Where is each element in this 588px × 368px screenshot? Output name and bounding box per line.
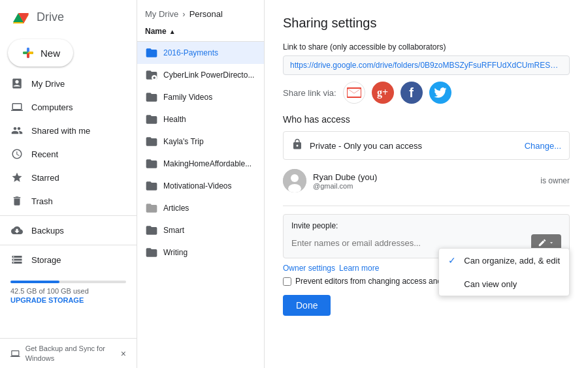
dropdown-item-organize[interactable]: ✓ Can organize, add, & edit [439, 249, 569, 272]
sidebar-item-label: Backups [31, 226, 64, 236]
file-item[interactable]: CyberLink PowerDirecto... [137, 64, 264, 86]
file-list: 2016-Payments CyberLink PowerDirecto... … [137, 42, 264, 368]
sidebar-item-backups[interactable]: Backups [0, 219, 131, 242]
file-item[interactable]: Motivational-Videos [137, 175, 264, 197]
file-item[interactable]: Writing [137, 241, 264, 264]
sidebar-item-recent[interactable]: Recent [0, 142, 131, 166]
invite-label: Invite people: [291, 221, 561, 230]
star-icon [10, 171, 24, 184]
prevent-checkbox[interactable] [283, 277, 291, 286]
sidebar-item-label: My Drive [31, 79, 65, 89]
file-name: Smart [163, 226, 256, 235]
breadcrumb: My Drive › Personal [137, 0, 264, 24]
share-link-box[interactable]: https://drive.google.com/drive/folders/0… [283, 55, 570, 75]
file-name: Articles [163, 204, 256, 213]
file-name: Kayla's Trip [163, 137, 256, 146]
sidebar: Drive New My Drive Computers [0, 0, 137, 368]
divider [283, 206, 570, 206]
change-access-link[interactable]: Change... [525, 141, 561, 151]
breadcrumb-separator: › [182, 9, 185, 19]
check-icon: ✓ [448, 255, 459, 266]
gplus-share-icon[interactable]: g+ [372, 82, 394, 104]
backup-footer[interactable]: Get Backup and Sync for Windows × [0, 338, 137, 368]
user-email: @gmail.com [313, 182, 534, 190]
clock-icon [10, 147, 24, 161]
learn-more-link[interactable]: Learn more [339, 264, 379, 273]
file-name: 2016-Payments [163, 48, 256, 57]
dropdown-arrow-icon [548, 239, 555, 246]
folder-icon [145, 113, 158, 126]
file-list-name-header[interactable]: Name [145, 27, 167, 36]
user-info: Ryan Dube (you) @gmail.com [313, 172, 534, 190]
sharing-title: Sharing settings [283, 16, 570, 31]
link-section-label: Link to share (only accessible by collab… [283, 42, 570, 52]
breadcrumb-current: Personal [189, 9, 223, 19]
sidebar-item-starred[interactable]: Starred [0, 166, 131, 189]
backup-footer-text: Get Backup and Sync for Windows [25, 344, 116, 363]
sidebar-item-storage[interactable]: Storage [0, 248, 131, 271]
monitor-icon [10, 348, 20, 360]
file-item[interactable]: Smart [137, 219, 264, 241]
svg-rect-7 [27, 53, 29, 58]
sidebar-item-label: Recent [31, 149, 58, 159]
sidebar-item-trash[interactable]: Trash [0, 189, 131, 213]
new-plus-icon [21, 46, 35, 60]
drive-logo-text: Drive [37, 10, 64, 24]
upgrade-storage-link[interactable]: UPGRADE STORAGE [10, 296, 126, 304]
file-name: CyberLink PowerDirecto... [163, 70, 256, 80]
share-via-label: Share link via: [283, 88, 336, 98]
sidebar-item-computers[interactable]: Computers [0, 95, 131, 119]
twitter-share-icon[interactable] [429, 82, 451, 104]
file-list-header: Name ▲ [137, 24, 264, 42]
storage-bar-fill [10, 281, 59, 283]
sidebar-item-label: Storage [31, 255, 61, 265]
storage-used-text: 42.5 GB of 100 GB used [10, 287, 126, 295]
folder-icon [145, 46, 158, 59]
who-access-title: Who has access [283, 114, 570, 125]
sort-arrow-icon: ▲ [169, 28, 176, 35]
svg-point-10 [291, 174, 299, 182]
new-button[interactable]: New [8, 39, 73, 67]
sidebar-header: Drive [0, 0, 137, 34]
file-item[interactable]: Articles [137, 197, 264, 219]
facebook-share-icon[interactable]: f [400, 82, 423, 104]
dropdown-item-view[interactable]: ✓ Can view only [439, 272, 569, 296]
file-item[interactable]: MakingHomeAffordable... [137, 153, 264, 175]
sidebar-item-my-drive[interactable]: My Drive [0, 72, 131, 95]
gmail-share-icon[interactable] [343, 82, 365, 104]
dropdown-item-label: Can organize, add, & edit [464, 256, 560, 266]
edit-icon [538, 238, 547, 247]
file-item[interactable]: Kayla's Trip [137, 130, 264, 153]
sidebar-item-shared[interactable]: Shared with me [0, 119, 131, 142]
storage-bar-bg [10, 281, 126, 283]
file-name: Writing [163, 248, 256, 257]
user-avatar [283, 169, 306, 192]
file-item[interactable]: Family Videos [137, 86, 264, 108]
access-type-text: Private - Only you can access [310, 141, 518, 151]
file-list-panel: My Drive › Personal Name ▲ 2016-Payments… [137, 0, 265, 368]
invite-input[interactable] [291, 238, 526, 248]
lock-icon [291, 138, 303, 153]
sidebar-nav: My Drive Computers Shared with me Recent… [0, 72, 137, 338]
file-item[interactable]: Health [137, 108, 264, 130]
file-item[interactable]: 2016-Payments [137, 42, 264, 64]
storage-section: 42.5 GB of 100 GB used UPGRADE STORAGE [0, 271, 137, 309]
trash-icon [10, 194, 24, 207]
folder-shared-icon [145, 69, 158, 82]
folder-icon [145, 246, 158, 259]
backup-footer-close[interactable]: × [121, 348, 126, 359]
breadcrumb-root[interactable]: My Drive [145, 9, 178, 19]
owner-settings-link[interactable]: Owner settings [283, 264, 335, 273]
file-name: Family Videos [163, 93, 256, 102]
folder-icon [145, 179, 158, 192]
permission-dropdown: ✓ Can organize, add, & edit ✓ Can view o… [438, 248, 570, 296]
sidebar-item-label: Computers [31, 102, 73, 112]
folder-icon [145, 157, 158, 170]
folder-shared-icon [145, 135, 158, 148]
computer-icon [10, 100, 24, 114]
sidebar-section-3: Storage 42.5 GB of 100 GB used UPGRADE S… [0, 245, 137, 309]
sharing-panel: Sharing settings Link to share (only acc… [265, 0, 588, 368]
drive-logo-icon [10, 7, 31, 27]
done-button[interactable]: Done [283, 295, 331, 316]
folder-shared-icon [145, 91, 158, 104]
